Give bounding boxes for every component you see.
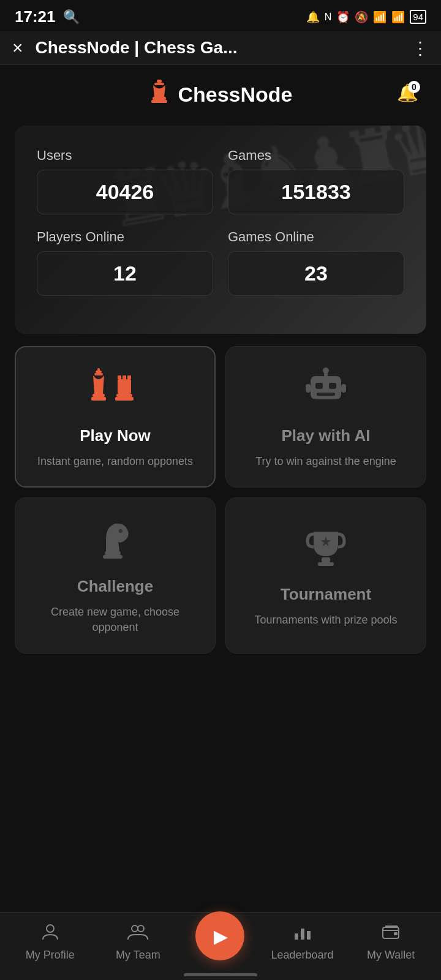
search-icon: 🔍	[63, 9, 80, 25]
svg-rect-25	[105, 551, 121, 555]
play-ai-title: Play with AI	[282, 426, 371, 445]
svg-rect-10	[91, 397, 106, 401]
challenge-icon	[94, 518, 137, 568]
users-value: 40426	[37, 170, 213, 214]
svg-rect-11	[118, 375, 121, 379]
nav-leaderboard[interactable]: Leaderboard	[271, 922, 334, 962]
status-bar: 17:21 🔍 🔔 N ⏰ 🔕 📶 📶 94	[0, 0, 441, 31]
my-wallet-label: My Wallet	[367, 949, 415, 962]
tournament-title: Tournament	[281, 585, 371, 604]
challenge-card[interactable]: Challenge Create new game, choose oppone…	[15, 497, 216, 653]
svg-rect-8	[94, 373, 103, 375]
play-button[interactable]: ▶	[195, 911, 244, 960]
svg-rect-17	[311, 376, 341, 399]
play-now-card[interactable]: Play Now Instant game, random opponets	[15, 346, 216, 488]
play-ai-desc: Try to win against the engine	[255, 454, 396, 469]
svg-point-22	[323, 368, 329, 374]
nav-my-team[interactable]: My Team	[107, 922, 168, 962]
tournament-desc: Tournaments with prize pools	[254, 612, 397, 628]
svg-rect-18	[315, 383, 323, 389]
play-now-title: Play Now	[80, 426, 151, 445]
users-stat: Users 40426	[37, 148, 213, 214]
logo-text: ChessNode	[178, 83, 292, 107]
svg-rect-3	[151, 100, 167, 103]
team-icon	[127, 922, 148, 945]
status-time: 17:21	[15, 7, 56, 26]
svg-rect-28	[322, 557, 330, 562]
alarm-icon: ⏰	[336, 10, 350, 24]
svg-rect-4	[156, 83, 158, 85]
signal-icon: 📶	[391, 10, 405, 24]
play-ai-icon	[304, 367, 347, 418]
games-online-stat: Games Online 23	[228, 229, 404, 296]
wallet-icon	[382, 922, 400, 945]
svg-rect-35	[301, 929, 304, 940]
nav-my-profile[interactable]: My Profile	[20, 922, 81, 962]
stats-card: Users 40426 Games 151833 Players Online …	[15, 126, 426, 334]
play-triangle-icon: ▶	[214, 925, 228, 947]
home-indicator	[184, 973, 257, 976]
svg-rect-5	[160, 83, 163, 85]
svg-rect-19	[329, 383, 336, 389]
svg-rect-15	[116, 394, 132, 397]
browser-menu-button[interactable]: ⋮	[412, 38, 429, 58]
my-profile-label: My Profile	[26, 949, 75, 962]
game-modes-grid: Play Now Instant game, random opponets	[15, 346, 426, 654]
users-label: Users	[37, 148, 213, 164]
players-online-value: 12	[37, 251, 213, 296]
chessnode-logo-icon	[148, 80, 170, 110]
svg-rect-26	[103, 555, 123, 559]
svg-point-27	[119, 529, 123, 533]
tournament-icon	[304, 526, 347, 576]
svg-point-33	[138, 925, 144, 932]
challenge-desc: Create new game, choose opponent	[30, 605, 200, 635]
games-online-label: Games Online	[228, 229, 404, 245]
svg-rect-16	[115, 397, 134, 401]
notification-icon: 🔔	[306, 10, 320, 24]
svg-rect-14	[118, 379, 131, 394]
svg-rect-38	[394, 932, 398, 935]
nfc-icon: N	[325, 12, 332, 23]
players-online-label: Players Online	[37, 229, 213, 245]
my-team-label: My Team	[116, 949, 160, 962]
play-ai-card[interactable]: Play with AI Try to win against the engi…	[225, 346, 426, 488]
tournament-card[interactable]: Tournament Tournaments with prize pools	[225, 497, 426, 653]
play-now-icon	[91, 367, 140, 418]
svg-rect-13	[127, 375, 131, 379]
notification-badge: 0	[408, 81, 420, 93]
svg-rect-34	[295, 933, 298, 940]
notification-button[interactable]: 🔔 0	[392, 77, 423, 108]
svg-rect-20	[317, 393, 335, 396]
svg-point-31	[47, 925, 54, 932]
svg-rect-29	[318, 562, 334, 566]
logo: ChessNode	[148, 80, 292, 110]
wifi-icon: 📶	[373, 10, 386, 24]
browser-title: ChessNode | Chess Ga...	[36, 38, 399, 58]
leaderboard-label: Leaderboard	[271, 949, 334, 962]
svg-rect-36	[307, 931, 311, 940]
browser-toolbar: × ChessNode | Chess Ga... ⋮	[0, 31, 441, 65]
svg-rect-12	[123, 375, 126, 379]
bottom-navigation: My Profile My Team ▶ Leaderboard	[0, 912, 441, 980]
battery-icon: 94	[410, 10, 426, 24]
games-label: Games	[228, 148, 404, 164]
browser-close-button[interactable]: ×	[12, 37, 23, 58]
players-online-stat: Players Online 12	[37, 229, 213, 296]
svg-rect-0	[157, 80, 162, 83]
games-value: 151833	[228, 170, 404, 214]
svg-rect-2	[153, 97, 166, 100]
leaderboard-icon	[293, 922, 312, 945]
profile-icon	[41, 922, 59, 945]
app-header: ChessNode 🔔 0	[0, 65, 441, 119]
play-now-desc: Instant game, random opponets	[37, 454, 193, 469]
svg-point-32	[132, 925, 138, 932]
challenge-title: Challenge	[77, 577, 153, 596]
mute-icon: 🔕	[355, 10, 368, 24]
svg-rect-24	[341, 384, 346, 393]
games-stat: Games 151833	[228, 148, 404, 214]
app-content: ChessNode 🔔 0 Users 40426 Games 151833 P…	[0, 65, 441, 922]
svg-rect-9	[92, 394, 105, 397]
svg-rect-23	[306, 384, 311, 393]
nav-my-wallet[interactable]: My Wallet	[360, 922, 421, 962]
games-online-value: 23	[228, 251, 404, 296]
